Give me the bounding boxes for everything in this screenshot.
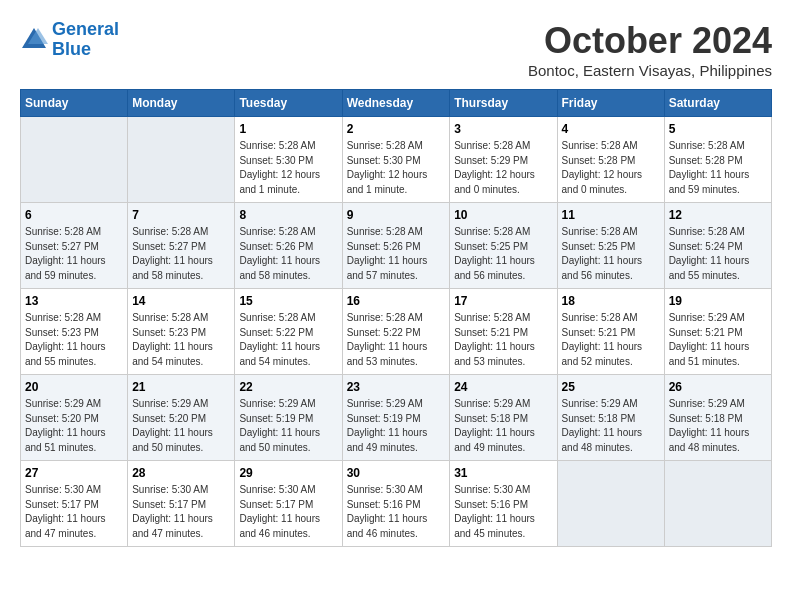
header-cell-saturday: Saturday bbox=[664, 90, 771, 117]
header-cell-monday: Monday bbox=[128, 90, 235, 117]
day-cell: 28Sunrise: 5:30 AMSunset: 5:17 PMDayligh… bbox=[128, 461, 235, 547]
calendar-table: SundayMondayTuesdayWednesdayThursdayFrid… bbox=[20, 89, 772, 547]
week-row-3: 13Sunrise: 5:28 AMSunset: 5:23 PMDayligh… bbox=[21, 289, 772, 375]
day-number: 5 bbox=[669, 122, 767, 136]
day-number: 11 bbox=[562, 208, 660, 222]
calendar-header: SundayMondayTuesdayWednesdayThursdayFrid… bbox=[21, 90, 772, 117]
day-number: 31 bbox=[454, 466, 552, 480]
day-number: 20 bbox=[25, 380, 123, 394]
day-cell: 30Sunrise: 5:30 AMSunset: 5:16 PMDayligh… bbox=[342, 461, 450, 547]
day-cell: 2Sunrise: 5:28 AMSunset: 5:30 PMDaylight… bbox=[342, 117, 450, 203]
day-cell: 21Sunrise: 5:29 AMSunset: 5:20 PMDayligh… bbox=[128, 375, 235, 461]
day-info: Sunrise: 5:30 AMSunset: 5:16 PMDaylight:… bbox=[454, 483, 552, 541]
day-info: Sunrise: 5:29 AMSunset: 5:18 PMDaylight:… bbox=[454, 397, 552, 455]
day-info: Sunrise: 5:28 AMSunset: 5:30 PMDaylight:… bbox=[347, 139, 446, 197]
day-info: Sunrise: 5:28 AMSunset: 5:28 PMDaylight:… bbox=[669, 139, 767, 197]
day-cell: 11Sunrise: 5:28 AMSunset: 5:25 PMDayligh… bbox=[557, 203, 664, 289]
header-cell-thursday: Thursday bbox=[450, 90, 557, 117]
day-info: Sunrise: 5:30 AMSunset: 5:17 PMDaylight:… bbox=[132, 483, 230, 541]
header-cell-wednesday: Wednesday bbox=[342, 90, 450, 117]
day-number: 22 bbox=[239, 380, 337, 394]
day-info: Sunrise: 5:28 AMSunset: 5:27 PMDaylight:… bbox=[25, 225, 123, 283]
week-row-1: 1Sunrise: 5:28 AMSunset: 5:30 PMDaylight… bbox=[21, 117, 772, 203]
day-info: Sunrise: 5:29 AMSunset: 5:19 PMDaylight:… bbox=[239, 397, 337, 455]
day-number: 18 bbox=[562, 294, 660, 308]
title-block: October 2024 Bontoc, Eastern Visayas, Ph… bbox=[528, 20, 772, 79]
day-number: 6 bbox=[25, 208, 123, 222]
logo-line1: General bbox=[52, 19, 119, 39]
day-cell: 12Sunrise: 5:28 AMSunset: 5:24 PMDayligh… bbox=[664, 203, 771, 289]
day-info: Sunrise: 5:30 AMSunset: 5:16 PMDaylight:… bbox=[347, 483, 446, 541]
day-cell: 15Sunrise: 5:28 AMSunset: 5:22 PMDayligh… bbox=[235, 289, 342, 375]
day-number: 4 bbox=[562, 122, 660, 136]
header-cell-tuesday: Tuesday bbox=[235, 90, 342, 117]
day-number: 9 bbox=[347, 208, 446, 222]
day-cell: 31Sunrise: 5:30 AMSunset: 5:16 PMDayligh… bbox=[450, 461, 557, 547]
day-cell bbox=[664, 461, 771, 547]
day-cell: 9Sunrise: 5:28 AMSunset: 5:26 PMDaylight… bbox=[342, 203, 450, 289]
week-row-4: 20Sunrise: 5:29 AMSunset: 5:20 PMDayligh… bbox=[21, 375, 772, 461]
day-cell: 22Sunrise: 5:29 AMSunset: 5:19 PMDayligh… bbox=[235, 375, 342, 461]
day-number: 24 bbox=[454, 380, 552, 394]
day-cell: 7Sunrise: 5:28 AMSunset: 5:27 PMDaylight… bbox=[128, 203, 235, 289]
day-cell: 19Sunrise: 5:29 AMSunset: 5:21 PMDayligh… bbox=[664, 289, 771, 375]
day-number: 26 bbox=[669, 380, 767, 394]
day-cell: 25Sunrise: 5:29 AMSunset: 5:18 PMDayligh… bbox=[557, 375, 664, 461]
day-cell: 26Sunrise: 5:29 AMSunset: 5:18 PMDayligh… bbox=[664, 375, 771, 461]
week-row-2: 6Sunrise: 5:28 AMSunset: 5:27 PMDaylight… bbox=[21, 203, 772, 289]
day-cell: 3Sunrise: 5:28 AMSunset: 5:29 PMDaylight… bbox=[450, 117, 557, 203]
day-cell: 6Sunrise: 5:28 AMSunset: 5:27 PMDaylight… bbox=[21, 203, 128, 289]
day-info: Sunrise: 5:28 AMSunset: 5:26 PMDaylight:… bbox=[239, 225, 337, 283]
day-number: 29 bbox=[239, 466, 337, 480]
day-info: Sunrise: 5:29 AMSunset: 5:21 PMDaylight:… bbox=[669, 311, 767, 369]
day-info: Sunrise: 5:29 AMSunset: 5:20 PMDaylight:… bbox=[25, 397, 123, 455]
day-info: Sunrise: 5:29 AMSunset: 5:20 PMDaylight:… bbox=[132, 397, 230, 455]
day-cell: 24Sunrise: 5:29 AMSunset: 5:18 PMDayligh… bbox=[450, 375, 557, 461]
day-cell: 13Sunrise: 5:28 AMSunset: 5:23 PMDayligh… bbox=[21, 289, 128, 375]
day-info: Sunrise: 5:28 AMSunset: 5:23 PMDaylight:… bbox=[25, 311, 123, 369]
logo-line2: Blue bbox=[52, 39, 91, 59]
day-info: Sunrise: 5:28 AMSunset: 5:25 PMDaylight:… bbox=[562, 225, 660, 283]
day-info: Sunrise: 5:28 AMSunset: 5:24 PMDaylight:… bbox=[669, 225, 767, 283]
day-number: 13 bbox=[25, 294, 123, 308]
day-number: 2 bbox=[347, 122, 446, 136]
day-info: Sunrise: 5:30 AMSunset: 5:17 PMDaylight:… bbox=[25, 483, 123, 541]
day-cell: 10Sunrise: 5:28 AMSunset: 5:25 PMDayligh… bbox=[450, 203, 557, 289]
day-number: 12 bbox=[669, 208, 767, 222]
day-cell: 23Sunrise: 5:29 AMSunset: 5:19 PMDayligh… bbox=[342, 375, 450, 461]
header-cell-friday: Friday bbox=[557, 90, 664, 117]
logo-icon bbox=[20, 26, 48, 54]
day-cell: 20Sunrise: 5:29 AMSunset: 5:20 PMDayligh… bbox=[21, 375, 128, 461]
day-info: Sunrise: 5:28 AMSunset: 5:21 PMDaylight:… bbox=[562, 311, 660, 369]
day-cell bbox=[557, 461, 664, 547]
day-cell: 17Sunrise: 5:28 AMSunset: 5:21 PMDayligh… bbox=[450, 289, 557, 375]
day-cell: 1Sunrise: 5:28 AMSunset: 5:30 PMDaylight… bbox=[235, 117, 342, 203]
day-number: 25 bbox=[562, 380, 660, 394]
day-info: Sunrise: 5:30 AMSunset: 5:17 PMDaylight:… bbox=[239, 483, 337, 541]
calendar-body: 1Sunrise: 5:28 AMSunset: 5:30 PMDaylight… bbox=[21, 117, 772, 547]
day-info: Sunrise: 5:28 AMSunset: 5:30 PMDaylight:… bbox=[239, 139, 337, 197]
day-cell: 27Sunrise: 5:30 AMSunset: 5:17 PMDayligh… bbox=[21, 461, 128, 547]
day-number: 17 bbox=[454, 294, 552, 308]
day-info: Sunrise: 5:29 AMSunset: 5:19 PMDaylight:… bbox=[347, 397, 446, 455]
day-number: 23 bbox=[347, 380, 446, 394]
day-cell: 5Sunrise: 5:28 AMSunset: 5:28 PMDaylight… bbox=[664, 117, 771, 203]
day-cell bbox=[128, 117, 235, 203]
page-header: General Blue October 2024 Bontoc, Easter… bbox=[20, 20, 772, 79]
day-info: Sunrise: 5:29 AMSunset: 5:18 PMDaylight:… bbox=[669, 397, 767, 455]
day-number: 7 bbox=[132, 208, 230, 222]
day-number: 16 bbox=[347, 294, 446, 308]
week-row-5: 27Sunrise: 5:30 AMSunset: 5:17 PMDayligh… bbox=[21, 461, 772, 547]
day-number: 3 bbox=[454, 122, 552, 136]
day-number: 27 bbox=[25, 466, 123, 480]
day-cell bbox=[21, 117, 128, 203]
day-info: Sunrise: 5:28 AMSunset: 5:22 PMDaylight:… bbox=[239, 311, 337, 369]
month-title: October 2024 bbox=[528, 20, 772, 62]
day-info: Sunrise: 5:28 AMSunset: 5:23 PMDaylight:… bbox=[132, 311, 230, 369]
day-info: Sunrise: 5:28 AMSunset: 5:28 PMDaylight:… bbox=[562, 139, 660, 197]
day-cell: 16Sunrise: 5:28 AMSunset: 5:22 PMDayligh… bbox=[342, 289, 450, 375]
day-cell: 4Sunrise: 5:28 AMSunset: 5:28 PMDaylight… bbox=[557, 117, 664, 203]
header-cell-sunday: Sunday bbox=[21, 90, 128, 117]
day-number: 10 bbox=[454, 208, 552, 222]
day-cell: 18Sunrise: 5:28 AMSunset: 5:21 PMDayligh… bbox=[557, 289, 664, 375]
